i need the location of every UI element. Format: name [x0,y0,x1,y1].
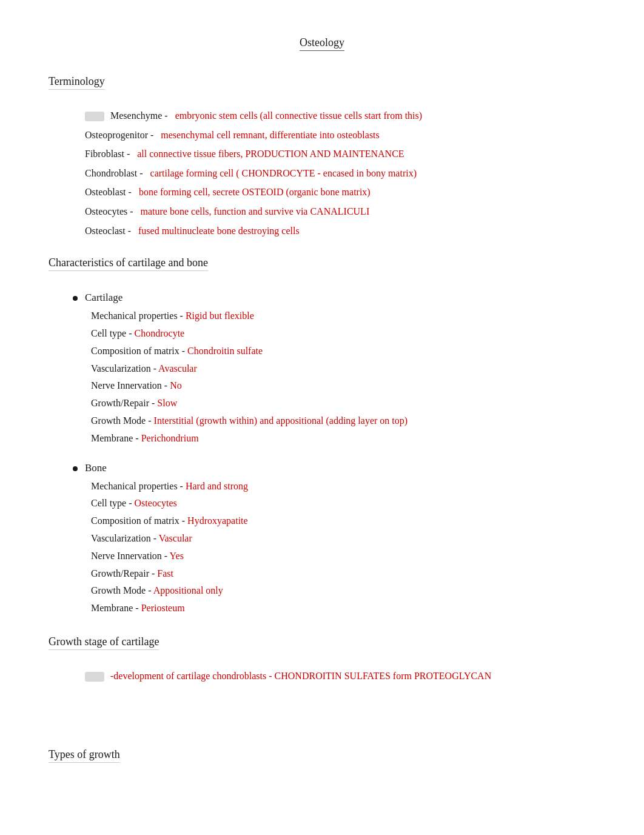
cartilage-growth-repair: Growth/Repair - Slow [91,395,595,412]
bone-nerve: Nerve Innervation - Yes [91,548,595,565]
term-definition: mature bone cells, function and survive … [141,206,370,216]
cartilage-cell-type: Cell type - Chondrocyte [91,325,595,343]
term-chondroblast: Chondroblast - cartilage forming cell ( … [85,166,595,181]
bullet-dot-icon-bone [73,466,78,471]
terminology-section: Terminology Mesenchyme - embryonic stem … [49,75,595,238]
bone-growth-repair: Growth/Repair - Fast [91,565,595,583]
term-osteocytes: Osteocytes - mature bone cells, function… [85,204,595,220]
page-title: Osteology [300,36,344,51]
growth-stage-section: Growth stage of cartilage -development o… [49,635,595,682]
bone-cell-type: Cell type - Osteocytes [91,495,595,512]
term-mesenchyme: Mesenchyme - embryonic stem cells (all c… [85,108,595,124]
bone-matrix: Composition of matrix - Hydroxyapatite [91,512,595,530]
term-definition: cartilage forming cell ( CHONDROCYTE - e… [150,168,417,178]
terminology-heading: Terminology [49,75,105,90]
types-of-growth-heading: Types of growth [49,748,120,763]
term-label: Osteoclast - [85,226,131,236]
term-definition: all connective tissue fibers, PRODUCTION… [137,149,404,159]
cartilage-vascularization: Vascularization - Avascular [91,360,595,378]
cartilage-label: Cartilage [85,292,122,304]
types-of-growth-section: Types of growth [49,748,595,773]
growth-stage-heading: Growth stage of cartilage [49,635,159,650]
term-label: Mesenchyme - [110,110,168,121]
cartilage-matrix: Composition of matrix - Chondroitin sulf… [91,343,595,360]
growth-stage-content: -development of cartilage chondroblasts … [85,671,595,682]
bone-mechanical: Mechanical properties - Hard and strong [91,478,595,495]
bone-growth-mode: Growth Mode - Appositional only [91,582,595,600]
term-tag [85,112,104,121]
term-fibroblast: Fibroblast - all connective tissue fiber… [85,146,595,162]
bullet-dot-icon [73,296,78,301]
bone-label: Bone [85,462,107,474]
growth-stage-text: -development of cartilage chondroblasts … [110,671,491,681]
cartilage-bullet-item: Cartilage [73,292,595,304]
characteristics-section: Characteristics of cartilage and bone Ca… [49,257,595,617]
bone-subsection: Bone Mechanical properties - Hard and st… [73,462,595,617]
cartilage-growth-mode: Growth Mode - Interstitial (growth withi… [91,412,595,430]
bone-membrane: Membrane - Periosteum [91,600,595,617]
term-label: Osteocytes - [85,206,133,216]
term-definition: bone forming cell, secrete OSTEOID (orga… [139,187,371,197]
cartilage-nerve: Nerve Innervation - No [91,377,595,395]
cartilage-mechanical: Mechanical properties - Rigid but flexib… [91,307,595,325]
cartilage-properties: Mechanical properties - Rigid but flexib… [91,307,595,447]
term-definition: mesenchymal cell remnant, differentiate … [161,130,379,140]
term-label: Chondroblast - [85,168,143,178]
term-label: Fibroblast - [85,149,130,159]
term-osteoprogenitor: Osteoprogenitor - mesenchymal cell remna… [85,127,595,143]
term-osteoclast: Osteoclast - fused multinucleate bone de… [85,223,595,239]
term-osteoblast: Osteoblast - bone forming cell, secrete … [85,184,595,200]
cartilage-subsection: Cartilage Mechanical properties - Rigid … [73,292,595,447]
term-label: Osteoblast - [85,187,132,197]
term-definition: embryonic stem cells (all connective tis… [175,110,422,121]
term-label: Osteoprogenitor - [85,130,153,140]
bone-properties: Mechanical properties - Hard and strong … [91,478,595,617]
growth-stage-tag [85,672,104,682]
cartilage-membrane: Membrane - Perichondrium [91,430,595,448]
bone-vascularization: Vascularization - Vascular [91,530,595,548]
characteristics-heading: Characteristics of cartilage and bone [49,257,208,271]
bone-bullet-item: Bone [73,462,595,474]
term-definition: fused multinucleate bone destroying cell… [138,226,300,236]
